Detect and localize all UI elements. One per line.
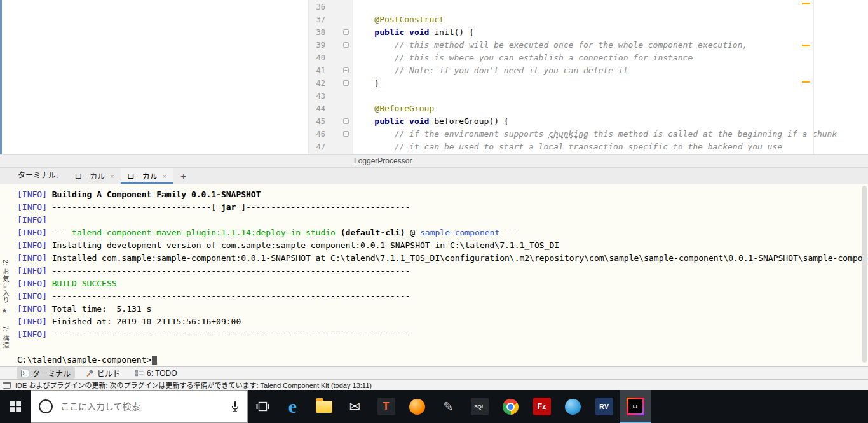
code-line: 36 (308, 1, 868, 13)
talend-t-app-taskbar-button[interactable]: T (370, 390, 402, 423)
mail-icon: ✉ (346, 398, 364, 415)
fold-column: − (325, 77, 351, 90)
code-line: 47 // it can be used to start a local tr… (308, 141, 868, 153)
windows-taskbar: e✉T✎SQLFzRVIJ (0, 390, 868, 423)
toolwindow-button-todo[interactable]: 6: TODO (131, 368, 182, 378)
sidebar-item-structure[interactable]: 7: 構造 (1, 326, 10, 349)
terminal-line: [INFO] --------------------------------[… (17, 201, 868, 214)
rv-app-icon: RV (595, 398, 613, 415)
hammer-icon (86, 370, 94, 377)
fold-marker-icon[interactable]: − (343, 42, 349, 48)
line-number: 46 (308, 128, 325, 141)
terminal-tabbar: ターミナル: ローカル × ローカル × + (0, 168, 868, 184)
line-number: 44 (308, 102, 325, 115)
terminal-tab-1[interactable]: ローカル × (68, 168, 120, 184)
code-text: // if the environment supports chunking … (351, 128, 837, 141)
new-terminal-tab-button[interactable]: + (173, 168, 194, 184)
code-text: // this is where you can establish a con… (351, 52, 693, 64)
code-line: 46− // if the environment supports chunk… (308, 128, 868, 141)
fold-marker-icon[interactable]: − (343, 80, 349, 86)
toolwindow-button-label: ターミナル (32, 368, 71, 378)
fold-column: − (325, 115, 351, 128)
code-lines[interactable]: 3637 @PostConstruct38− public void init(… (308, 1, 868, 153)
search-input[interactable] (53, 401, 231, 412)
code-line: 38− public void init() { (308, 26, 868, 39)
terminal-tab-2[interactable]: ローカル × (121, 168, 173, 184)
code-line: 40 // this is where you can establish a … (308, 52, 868, 64)
task-view-icon (256, 401, 269, 412)
taskbar-apps: e✉T✎SQLFzRVIJ (277, 390, 651, 423)
terminal-line: [INFO] ---------------------------------… (17, 265, 868, 277)
change-marker[interactable] (802, 3, 810, 4)
intellij-idea-taskbar-button[interactable]: IJ (620, 390, 651, 423)
line-number: 37 (308, 13, 325, 26)
line-number: 47 (308, 141, 325, 153)
talend-t-app-icon: T (377, 398, 395, 415)
filezilla-icon: Fz (533, 398, 551, 415)
line-number: 45 (308, 115, 325, 128)
microphone-icon[interactable] (231, 401, 240, 413)
microsoft-edge-taskbar-button[interactable]: e (277, 390, 308, 423)
blue-sphere-app-taskbar-button[interactable] (557, 390, 588, 423)
breadcrumb-class[interactable]: LoggerProcessor (354, 155, 412, 167)
code-text: public void beforeGroup() { (351, 115, 509, 128)
filezilla-taskbar-button[interactable]: Fz (526, 390, 557, 423)
ide-desktop: 3637 @PostConstruct38− public void init(… (0, 0, 868, 423)
sql-developer-icon: SQL (471, 398, 489, 415)
favorites-star-icon[interactable]: ★ (1, 307, 8, 315)
line-number: 41 (308, 64, 325, 77)
mail-taskbar-button[interactable]: ✉ (339, 390, 370, 423)
code-line: 42− } (308, 77, 868, 90)
terminal-line (17, 341, 868, 354)
code-line: 41− // Note: if you don't need it you ca… (308, 64, 868, 77)
terminal-line: [INFO] Total time: 5.131 s (17, 303, 868, 316)
code-text: @BeforeGroup (351, 102, 434, 115)
terminal-tab-label: ローカル (74, 170, 105, 181)
sidebar-item-favorites[interactable]: 2: お気に入り (1, 260, 10, 303)
toolwindow-button-terminal[interactable]: ターミナル (17, 367, 75, 379)
code-text (351, 1, 355, 13)
terminal-output[interactable]: [INFO] Building A Component Family 0.0.1… (0, 184, 868, 366)
close-icon[interactable]: × (110, 172, 114, 180)
todo-list-icon (135, 370, 144, 377)
fold-column (325, 1, 351, 13)
terminal-line: [INFO] (17, 214, 868, 226)
line-number: 38 (308, 26, 325, 39)
line-number: 43 (308, 90, 325, 102)
toolwindow-button-build[interactable]: ビルド (81, 367, 125, 379)
change-marker[interactable] (802, 45, 810, 46)
fold-marker-icon[interactable]: − (343, 67, 349, 73)
terminal-line: [INFO] Installed com.sample:sample-compo… (17, 252, 868, 265)
orange-sphere-app-taskbar-button[interactable] (402, 390, 433, 423)
toolwindow-switcher-icon[interactable] (3, 382, 11, 389)
taskbar-search-box[interactable] (31, 390, 248, 423)
terminal-scrollbar[interactable] (862, 186, 867, 363)
code-line: 44 @BeforeGroup (308, 102, 868, 115)
code-text (351, 90, 355, 102)
terminal-line: [INFO] BUILD SUCCESS (17, 277, 868, 290)
terminal-toolwindow-title: ターミナル: (18, 168, 58, 184)
fold-marker-icon[interactable]: − (343, 131, 349, 137)
code-text: // it can be used to start a local trans… (351, 141, 782, 153)
fold-column (325, 52, 351, 64)
fold-column (325, 141, 351, 153)
status-message[interactable]: IDE およびプラグインの更新: 次のプラグインは更新する準備ができています: … (15, 380, 372, 390)
code-text: } (351, 77, 379, 90)
code-line: 37 @PostConstruct (308, 13, 868, 26)
google-chrome-icon (503, 399, 519, 415)
code-editor-pane[interactable]: 3637 @PostConstruct38− public void init(… (0, 0, 868, 154)
close-icon[interactable]: × (163, 172, 166, 180)
fold-marker-icon[interactable]: − (343, 29, 349, 35)
start-button[interactable] (0, 390, 31, 423)
sql-developer-taskbar-button[interactable]: SQL (464, 390, 495, 423)
rv-app-taskbar-button[interactable]: RV (588, 390, 620, 423)
google-chrome-taskbar-button[interactable] (495, 390, 526, 423)
file-explorer-taskbar-button[interactable] (308, 390, 339, 423)
change-marker[interactable] (802, 81, 810, 83)
terminal-line: [INFO] ---------------------------------… (17, 290, 868, 303)
editor-scrollbar-track[interactable] (813, 0, 814, 154)
window-left-edge (0, 0, 2, 168)
task-view-button[interactable] (248, 390, 277, 423)
pen-app-taskbar-button[interactable]: ✎ (433, 390, 464, 423)
fold-marker-icon[interactable]: − (343, 118, 349, 124)
